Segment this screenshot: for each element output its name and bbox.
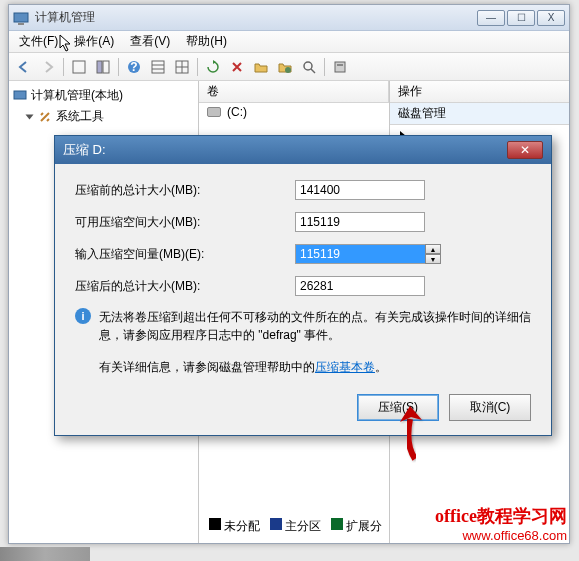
menu-help[interactable]: 帮助(H) (178, 31, 235, 52)
svg-rect-16 (335, 62, 345, 72)
legend-primary: 主分区 (270, 518, 321, 535)
menu-view[interactable]: 查看(V) (122, 31, 178, 52)
svg-point-14 (304, 62, 312, 70)
legend-ext: 扩展分 (331, 518, 382, 535)
help-button[interactable]: ? (123, 56, 145, 78)
menu-action[interactable]: 操作(A) (66, 31, 122, 52)
shrink-button[interactable]: 压缩(S) (357, 394, 439, 421)
tools-icon (38, 110, 52, 124)
volume-row-c[interactable]: (C:) (199, 103, 389, 121)
info-text: 无法将卷压缩到超出任何不可移动的文件所在的点。有关完成该操作时间的详细信息，请参… (99, 308, 531, 344)
cursor-icon (59, 34, 73, 54)
dialog-titlebar[interactable]: 压缩 D: ✕ (55, 136, 551, 164)
legend: 未分配 主分区 扩展分 (209, 518, 382, 535)
shrink-dialog: 压缩 D: ✕ 压缩前的总计大小(MB): 可用压缩空间大小(MB): 输入压缩… (54, 135, 552, 436)
search-button[interactable] (298, 56, 320, 78)
dialog-close-button[interactable]: ✕ (507, 141, 543, 159)
minimize-button[interactable]: — (477, 10, 505, 26)
label-total-before: 压缩前的总计大小(MB): (75, 182, 295, 199)
svg-rect-0 (14, 13, 28, 22)
folder-button-1[interactable] (250, 56, 272, 78)
label-available: 可用压缩空间大小(MB): (75, 214, 295, 231)
link-suffix: 。 (375, 360, 387, 374)
tree-root-label: 计算机管理(本地) (31, 87, 123, 104)
svg-rect-3 (97, 61, 102, 73)
svg-rect-1 (18, 23, 24, 25)
label-total-after: 压缩后的总计大小(MB): (75, 278, 295, 295)
tree-systools-label: 系统工具 (56, 108, 104, 125)
close-button[interactable]: X (537, 10, 565, 26)
bottom-decoration (0, 547, 90, 561)
cancel-button[interactable]: 取消(C) (449, 394, 531, 421)
link-prefix: 有关详细信息，请参阅磁盘管理帮助中的 (99, 360, 315, 374)
grid-button-2[interactable] (171, 56, 193, 78)
properties-button[interactable] (329, 56, 351, 78)
info-block: i 无法将卷压缩到超出任何不可移动的文件所在的点。有关完成该操作时间的详细信息，… (75, 308, 531, 344)
maximize-button[interactable]: ☐ (507, 10, 535, 26)
refresh-button[interactable] (202, 56, 224, 78)
window-title: 计算机管理 (35, 9, 477, 26)
view-button-1[interactable] (68, 56, 90, 78)
delete-button[interactable] (226, 56, 248, 78)
svg-rect-7 (152, 61, 164, 73)
watermark-line1: office教程学习网 (435, 504, 567, 528)
svg-rect-17 (337, 64, 343, 66)
volume-list: (C:) (199, 103, 389, 121)
volume-header: 卷 (199, 81, 389, 103)
toolbar: ? (9, 53, 569, 81)
dialog-title: 压缩 D: (63, 141, 507, 159)
folder-button-2[interactable] (274, 56, 296, 78)
tree-root[interactable]: 计算机管理(本地) (13, 85, 194, 106)
actions-header: 操作 (390, 81, 569, 103)
actions-disk-mgmt[interactable]: 磁盘管理 (390, 103, 569, 125)
tree-systools[interactable]: 系统工具 (13, 106, 194, 127)
volume-header-cell[interactable]: 卷 (199, 81, 389, 102)
link-shrink-basic-volume[interactable]: 压缩基本卷 (315, 360, 375, 374)
spinner-down[interactable]: ▼ (425, 254, 441, 264)
menubar: 文件(F) 操作(A) 查看(V) 帮助(H) (9, 31, 569, 53)
disk-icon (207, 107, 221, 117)
label-shrink-amount: 输入压缩空间量(MB)(E): (75, 246, 295, 263)
svg-text:?: ? (130, 60, 137, 74)
value-total-before (295, 180, 425, 200)
value-total-after (295, 276, 425, 296)
svg-rect-18 (14, 91, 26, 99)
svg-rect-4 (103, 61, 109, 73)
volume-c-label: (C:) (227, 105, 247, 119)
info-icon: i (75, 308, 91, 324)
expand-icon[interactable] (26, 114, 34, 119)
grid-button-1[interactable] (147, 56, 169, 78)
watermark-line2: www.office68.com (435, 528, 567, 543)
svg-rect-2 (73, 61, 85, 73)
view-button-2[interactable] (92, 56, 114, 78)
spinner-up[interactable]: ▲ (425, 244, 441, 254)
forward-button[interactable] (37, 56, 59, 78)
legend-unalloc: 未分配 (209, 518, 260, 535)
svg-point-13 (285, 67, 291, 73)
back-button[interactable] (13, 56, 35, 78)
value-available (295, 212, 425, 232)
actions-disk-mgmt-label: 磁盘管理 (398, 105, 446, 122)
input-shrink-amount[interactable] (295, 244, 425, 264)
titlebar[interactable]: 计算机管理 — ☐ X (9, 5, 569, 31)
link-row: 有关详细信息，请参阅磁盘管理帮助中的压缩基本卷。 (99, 358, 531, 376)
computer-icon (13, 89, 27, 103)
computer-mgmt-icon (13, 10, 29, 26)
watermark: office教程学习网 www.office68.com (435, 504, 567, 543)
svg-line-15 (311, 69, 315, 73)
